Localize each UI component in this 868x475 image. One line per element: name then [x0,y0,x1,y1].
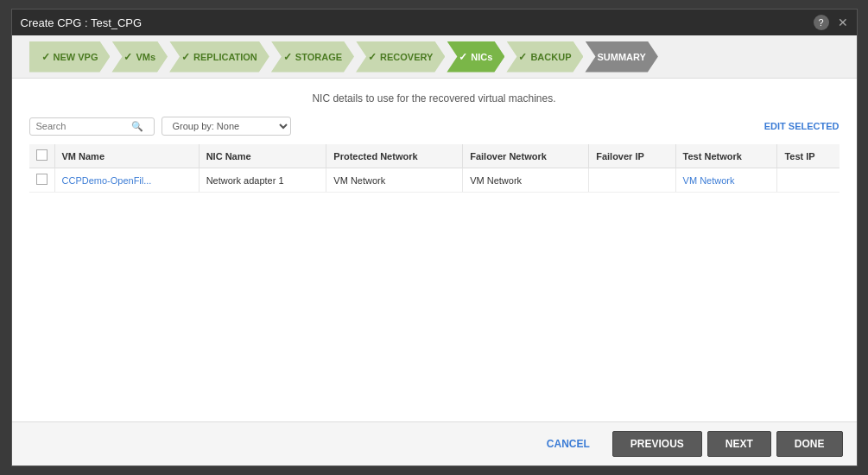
step-summary[interactable]: SUMMARY [585,41,657,73]
cell-test-ip [777,168,839,193]
dialog-titlebar: Create CPG : Test_CPG ? ✕ [12,10,857,35]
cell-test-network: VM Network [675,168,777,193]
col-vm-name: VM Name [54,144,199,168]
step-backup[interactable]: ✓ BACKUP [506,41,583,73]
search-icon: 🔍 [131,121,143,132]
step-new-vpg-check: ✓ [41,51,50,63]
content-subtitle: NIC details to use for the recovered vir… [29,92,839,104]
dialog-close-area: ? ✕ [814,15,848,30]
data-table: VM Name NIC Name Protected Network Failo… [29,144,839,193]
step-new-vpg-label: NEW VPG [54,52,98,62]
edit-selected-button[interactable]: EDIT SELECTED [764,121,839,131]
cell-failover-ip [589,168,675,193]
col-failover-network: Failover Network [463,144,589,168]
step-replication[interactable]: ✓ REPLICATION [169,41,269,73]
col-protected-network: Protected Network [326,144,463,168]
col-test-network: Test Network [675,144,777,168]
step-backup-label: BACKUP [530,52,571,62]
vm-name-link[interactable]: CCPDemo-OpenFil... [62,175,152,186]
step-backup-check: ✓ [518,51,527,63]
step-storage-label: STORAGE [295,52,342,62]
step-storage-check: ✓ [283,51,292,63]
dialog-content: NIC details to use for the recovered vir… [12,79,857,421]
select-all-checkbox[interactable] [36,149,48,161]
step-replication-label: REPLICATION [193,52,257,62]
toolbar-left: 🔍 Group by: None [29,117,291,136]
col-failover-ip: Failover IP [589,144,675,168]
next-button[interactable]: NEXT [707,431,771,457]
step-summary-label: SUMMARY [597,52,645,62]
cell-vm-name: CCPDemo-OpenFil... [54,168,199,193]
previous-button[interactable]: PREVIOUS [612,431,702,457]
step-vms-label: VMs [136,52,155,62]
step-new-vpg[interactable]: ✓ NEW VPG [29,41,111,73]
toolbar: 🔍 Group by: None EDIT SELECTED [29,117,839,136]
dialog-container: Create CPG : Test_CPG ? ✕ ✓ NEW VPG ✓ VM… [11,9,858,466]
wizard-steps: ✓ NEW VPG ✓ VMs ✓ REPLICATION ✓ STORAGE … [12,35,857,79]
step-nics-check: ✓ [459,51,467,63]
step-vms[interactable]: ✓ VMs [111,41,168,73]
step-recovery-label: RECOVERY [380,52,433,62]
row-checkbox-cell [29,168,55,193]
step-nics[interactable]: ✓ NICs [447,41,504,73]
dialog-title: Create CPG : Test_CPG [21,16,143,29]
step-storage[interactable]: ✓ STORAGE [271,41,354,73]
search-input[interactable] [36,121,131,131]
cell-nic-name: Network adapter 1 [199,168,326,193]
step-vms-check: ✓ [124,51,132,63]
help-icon[interactable]: ? [814,15,829,30]
col-checkbox [29,144,55,168]
dialog-footer: CANCEL PREVIOUS NEXT DONE [12,421,857,466]
step-replication-check: ✓ [181,51,190,63]
table-row: CCPDemo-OpenFil... Network adapter 1 VM … [29,168,839,193]
step-nics-label: NICs [471,52,492,62]
search-box: 🔍 [29,117,155,136]
table-header-row: VM Name NIC Name Protected Network Failo… [29,144,839,168]
cancel-button[interactable]: CANCEL [529,431,607,457]
close-icon[interactable]: ✕ [838,16,848,29]
col-nic-name: NIC Name [199,144,326,168]
cell-protected-network: VM Network [326,168,463,193]
done-button[interactable]: DONE [776,431,843,457]
col-test-ip: Test IP [777,144,839,168]
step-recovery[interactable]: ✓ RECOVERY [356,41,445,73]
test-network-link[interactable]: VM Network [683,175,735,186]
group-by-select[interactable]: Group by: None [162,117,291,136]
row-checkbox[interactable] [36,174,48,185]
step-recovery-check: ✓ [368,51,377,63]
cell-failover-network: VM Network [463,168,589,193]
